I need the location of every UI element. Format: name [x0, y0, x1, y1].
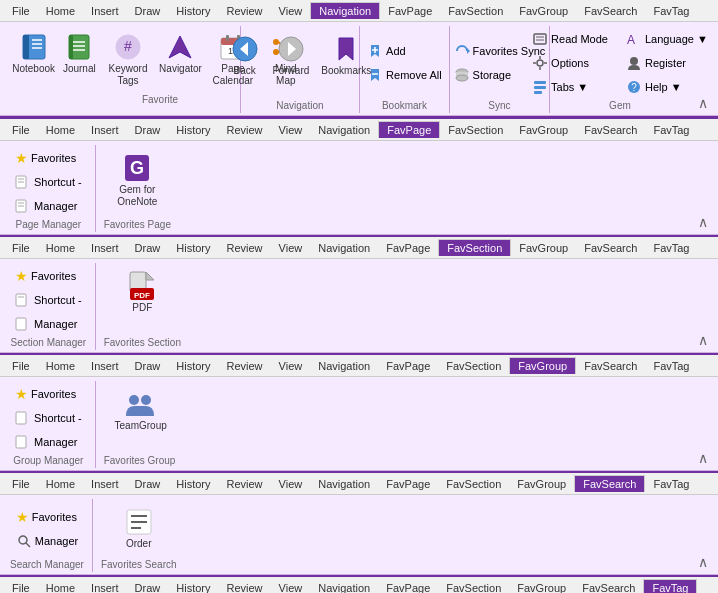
menu-home[interactable]: Home — [38, 3, 83, 19]
ft-menu-draw[interactable]: Draw — [127, 580, 169, 594]
fsr-menu-navigation[interactable]: Navigation — [310, 476, 378, 492]
fsr-menu-favgroup[interactable]: FavGroup — [509, 476, 574, 492]
ft-menu-file[interactable]: File — [4, 580, 38, 594]
favpage-collapse-arrow[interactable]: ∧ — [694, 214, 712, 230]
fsr-menu-history[interactable]: History — [168, 476, 218, 492]
fsr-menu-favsection[interactable]: FavSection — [438, 476, 509, 492]
ft-menu-favpage[interactable]: FavPage — [378, 580, 438, 594]
ft-menu-home[interactable]: Home — [38, 580, 83, 594]
fsr-menu-favtag[interactable]: FavTag — [645, 476, 697, 492]
menu-review[interactable]: Review — [219, 3, 271, 19]
btn-options[interactable]: Options — [527, 52, 613, 74]
btn-fgg-shortcut[interactable]: Shortcut - — [10, 407, 87, 429]
ft-menu-insert[interactable]: Insert — [83, 580, 127, 594]
menu-favsection[interactable]: FavSection — [440, 3, 511, 19]
btn-gem-onenote[interactable]: G Gem for OneNote — [107, 149, 167, 211]
btn-tabs[interactable]: Tabs ▼ — [527, 76, 613, 98]
menu-insert[interactable]: Insert — [83, 3, 127, 19]
menu-favpage[interactable]: FavPage — [380, 3, 440, 19]
fs-menu-file[interactable]: File — [4, 240, 38, 256]
menu-draw[interactable]: Draw — [127, 3, 169, 19]
favsection-collapse-arrow[interactable]: ∧ — [694, 332, 712, 348]
fs-menu-favsearch[interactable]: FavSearch — [576, 240, 645, 256]
btn-fp-shortcut[interactable]: Shortcut - — [10, 171, 87, 193]
btn-add-bookmark[interactable]: Add — [362, 40, 447, 62]
fp-menu-view[interactable]: View — [271, 122, 311, 138]
btn-language[interactable]: A Language ▼ — [621, 28, 713, 50]
btn-fss-shortcut[interactable]: Shortcut - — [10, 289, 87, 311]
fg-menu-favsearch[interactable]: FavSearch — [576, 358, 645, 374]
btn-help[interactable]: ? Help ▼ — [621, 76, 713, 98]
fp-menu-insert[interactable]: Insert — [83, 122, 127, 138]
fs-menu-draw[interactable]: Draw — [127, 240, 169, 256]
fg-menu-review[interactable]: Review — [219, 358, 271, 374]
btn-forward[interactable]: Forward — [268, 30, 315, 80]
fg-menu-favsection[interactable]: FavSection — [438, 358, 509, 374]
fsr-menu-file[interactable]: File — [4, 476, 38, 492]
fp-menu-history[interactable]: History — [168, 122, 218, 138]
ft-menu-navigation[interactable]: Navigation — [310, 580, 378, 594]
fs-menu-favtag[interactable]: FavTag — [645, 240, 697, 256]
fs-menu-favsection[interactable]: FavSection — [438, 239, 511, 256]
menu-favgroup[interactable]: FavGroup — [511, 3, 576, 19]
btn-fsrch-favorites[interactable]: ★ Favorites — [11, 506, 83, 528]
menu-favsearch[interactable]: FavSearch — [576, 3, 645, 19]
btn-journal[interactable]: Journal — [59, 28, 99, 90]
fp-menu-file[interactable]: File — [4, 122, 38, 138]
ft-menu-favgroup[interactable]: FavGroup — [509, 580, 574, 594]
btn-fss-manager[interactable]: Manager — [10, 313, 87, 335]
fsr-menu-view[interactable]: View — [271, 476, 311, 492]
fs-menu-favgroup[interactable]: FavGroup — [511, 240, 576, 256]
btn-fsrch-manager[interactable]: Manager — [11, 530, 83, 552]
menu-view[interactable]: View — [271, 3, 311, 19]
fs-menu-view[interactable]: View — [271, 240, 311, 256]
favsearch-collapse-arrow[interactable]: ∧ — [694, 554, 712, 570]
ft-menu-favsection[interactable]: FavSection — [438, 580, 509, 594]
fg-menu-home[interactable]: Home — [38, 358, 83, 374]
btn-read-mode[interactable]: Read Mode — [527, 28, 613, 50]
fs-menu-favpage[interactable]: FavPage — [378, 240, 438, 256]
fg-menu-file[interactable]: File — [4, 358, 38, 374]
fg-menu-favtag[interactable]: FavTag — [645, 358, 697, 374]
fg-menu-favgroup[interactable]: FavGroup — [509, 357, 576, 374]
menu-history[interactable]: History — [168, 3, 218, 19]
fsr-menu-favpage[interactable]: FavPage — [378, 476, 438, 492]
menu-navigation[interactable]: Navigation — [310, 2, 380, 19]
fp-menu-favtag[interactable]: FavTag — [645, 122, 697, 138]
fs-menu-insert[interactable]: Insert — [83, 240, 127, 256]
ft-menu-favsearch[interactable]: FavSearch — [574, 580, 643, 594]
menu-favtag[interactable]: FavTag — [645, 3, 697, 19]
fsr-menu-favsearch[interactable]: FavSearch — [574, 475, 645, 492]
btn-back[interactable]: Back — [224, 30, 266, 80]
fg-menu-insert[interactable]: Insert — [83, 358, 127, 374]
ft-menu-view[interactable]: View — [271, 580, 311, 594]
fp-menu-navigation[interactable]: Navigation — [310, 122, 378, 138]
fp-menu-favsearch[interactable]: FavSearch — [576, 122, 645, 138]
favgroup-collapse-arrow[interactable]: ∧ — [694, 450, 712, 466]
fp-menu-home[interactable]: Home — [38, 122, 83, 138]
btn-remove-all-bookmark[interactable]: Remove All — [362, 64, 447, 86]
fsr-menu-review[interactable]: Review — [219, 476, 271, 492]
fsr-menu-insert[interactable]: Insert — [83, 476, 127, 492]
btn-fp-favorites[interactable]: ★ Favorites — [10, 147, 87, 169]
fp-menu-review[interactable]: Review — [219, 122, 271, 138]
fp-menu-favpage[interactable]: FavPage — [378, 121, 440, 138]
btn-fss-favorites[interactable]: ★ Favorites — [10, 265, 87, 287]
btn-keyword-tags[interactable]: # Keyword Tags — [101, 28, 155, 90]
fg-menu-navigation[interactable]: Navigation — [310, 358, 378, 374]
fs-menu-home[interactable]: Home — [38, 240, 83, 256]
fp-menu-draw[interactable]: Draw — [127, 122, 169, 138]
btn-register[interactable]: Register — [621, 52, 713, 74]
ft-menu-favtag[interactable]: FavTag — [643, 579, 697, 593]
fs-menu-history[interactable]: History — [168, 240, 218, 256]
fp-menu-favgroup[interactable]: FavGroup — [511, 122, 576, 138]
fs-menu-navigation[interactable]: Navigation — [310, 240, 378, 256]
fsr-menu-draw[interactable]: Draw — [127, 476, 169, 492]
fs-menu-review[interactable]: Review — [219, 240, 271, 256]
btn-fgg-manager[interactable]: Manager — [10, 431, 87, 453]
fsr-menu-home[interactable]: Home — [38, 476, 83, 492]
fg-menu-draw[interactable]: Draw — [127, 358, 169, 374]
menu-file[interactable]: File — [4, 3, 38, 19]
fg-menu-history[interactable]: History — [168, 358, 218, 374]
btn-fp-manager[interactable]: Manager — [10, 195, 87, 217]
